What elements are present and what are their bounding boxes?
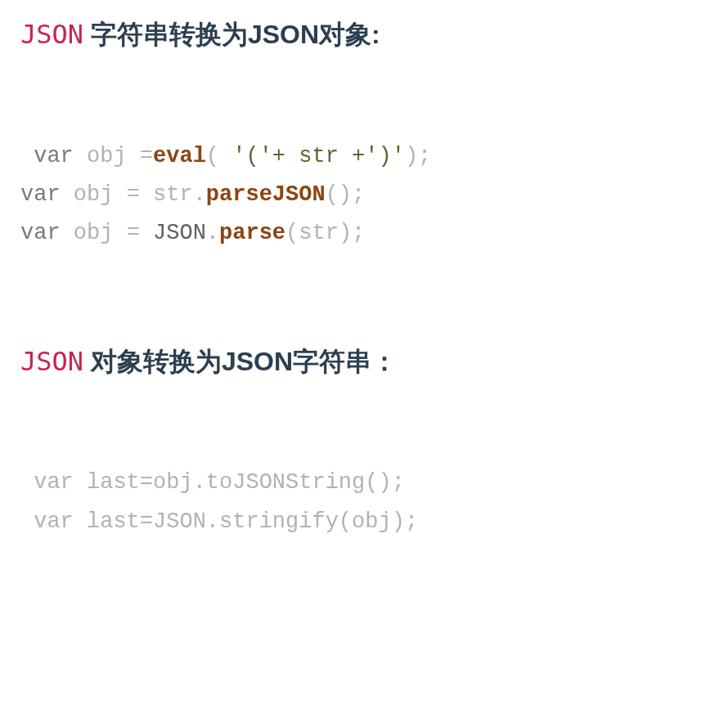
section2-heading: JSON 对象转换为JSON字符串：	[20, 343, 708, 383]
code-line: var obj = str.parseJSON();	[20, 176, 708, 214]
code-line: var obj =eval( '('+ str +')');	[20, 137, 708, 176]
json-keyword: JSON	[20, 19, 83, 50]
section1-heading: JSON 字符串转换为JSON对象:	[20, 16, 708, 56]
code-block-1: var obj =eval( '('+ str +')'); var obj =…	[20, 137, 708, 253]
code-block-2: var last=obj.toJSONString(); var last=JS…	[20, 464, 708, 541]
section1-title: 字符串转换为JSON对象:	[83, 20, 380, 49]
section2-title: 对象转换为JSON字符串：	[83, 347, 398, 376]
code-line: var obj = JSON.parse(str);	[20, 214, 708, 253]
code-line: var last=JSON.stringify(obj);	[20, 503, 708, 541]
json-keyword: JSON	[20, 346, 83, 377]
code-line: var last=obj.toJSONString();	[20, 464, 708, 502]
